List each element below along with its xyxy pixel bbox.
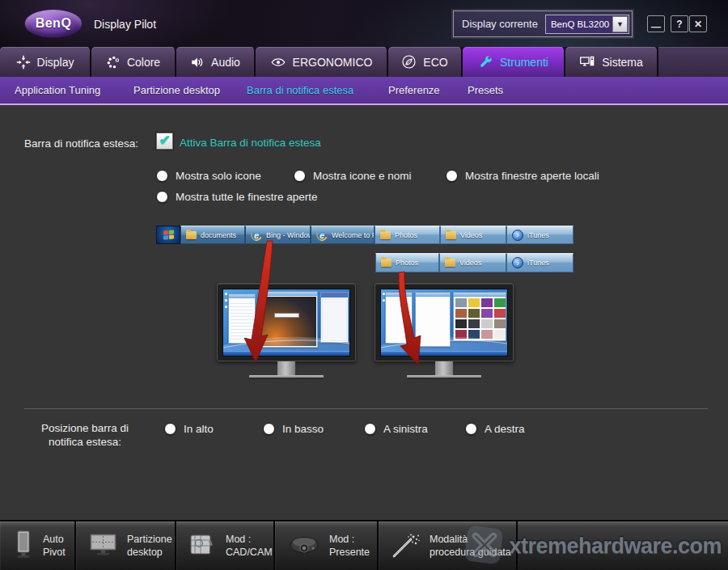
radio-label: Mostra tutte le finestre aperte: [176, 191, 318, 203]
radio-in-basso[interactable]: In basso: [263, 423, 324, 435]
app-title: Display Pilot: [94, 18, 156, 31]
subtab-barra-notifica-estesa[interactable]: Barra di notifica estesa: [247, 84, 353, 96]
chevron-down-icon[interactable]: ▼: [612, 16, 628, 32]
tab-sistema[interactable]: Sistema: [565, 47, 658, 77]
tool-button-label: Mod :CAD/CAM: [226, 533, 273, 559]
internet-explorer-icon: e: [315, 227, 329, 242]
preview-taskbar-button: documents: [180, 226, 245, 244]
radio-icon[interactable]: [446, 170, 458, 182]
subtab-presets[interactable]: Presets: [468, 84, 503, 96]
minimize-button[interactable]: —: [647, 15, 665, 32]
desktop-icon: [225, 299, 227, 302]
subtab-partizione-desktop[interactable]: Partizione desktop: [133, 84, 220, 96]
radio-icon[interactable]: [156, 170, 168, 182]
tab-label: ECO: [423, 56, 447, 69]
position-label-line2: notifica estesa:: [24, 435, 146, 449]
checkmark-icon: ✔: [159, 132, 170, 149]
radio-a-destra[interactable]: A destra: [465, 423, 525, 435]
desktop-swoosh: [223, 327, 349, 352]
preview-screen-taskbar: [381, 351, 507, 356]
preview-screen-left: [222, 289, 350, 357]
wrench-icon: [478, 54, 493, 70]
itunes-icon: ♪: [512, 230, 523, 241]
radio-label: Mostra icone e nomi: [313, 170, 412, 182]
mod-cad-cam-button[interactable]: Mod :CAD/CAM: [176, 521, 275, 570]
tab-label: Colore: [127, 56, 160, 69]
radio-icon[interactable]: [156, 191, 168, 203]
tab-eco[interactable]: ECO: [388, 47, 463, 77]
enable-checkbox-label[interactable]: Attiva Barra di notifica estesa: [180, 137, 321, 149]
mod-presente-button[interactable]: Mod :Presente: [275, 521, 379, 570]
desktop-swoosh: [381, 327, 507, 352]
eco-leaf-icon: [401, 54, 417, 70]
modalita-procedura-guidata-button[interactable]: Modalitàprocedura guidata: [379, 521, 518, 570]
preview-monitor-left: [217, 283, 356, 361]
itunes-icon: ♪: [512, 257, 523, 268]
preview-taskbar-button: ♪ iTunes: [506, 226, 574, 244]
radio-mostra-icone-e-nomi[interactable]: Mostra icone e nomi: [294, 170, 412, 182]
radio-mostra-finestre-aperte-locali[interactable]: Mostra finestre aperte locali: [446, 170, 599, 182]
subtab-application-tuning[interactable]: Application Tuning: [15, 84, 100, 96]
preview-screen-taskbar: [223, 351, 349, 356]
radio-a-sinistra[interactable]: A sinistra: [364, 423, 428, 435]
eye-icon: [270, 55, 286, 70]
display-selector-label: Display corrente: [462, 18, 538, 30]
radio-icon[interactable]: [465, 423, 477, 435]
benq-logo: BenQ: [24, 9, 83, 38]
monitor-stand-base: [407, 375, 481, 379]
section-label: Barra di notifica estesa:: [24, 137, 138, 150]
taskbar-button-label: iTunes: [527, 231, 549, 239]
preview-taskbar-button: Photos: [375, 226, 440, 244]
help-button[interactable]: ?: [671, 15, 688, 32]
tab-strumenti[interactable]: Strumenti: [463, 47, 565, 77]
display-selector: Display corrente BenQ BL3200 ▼: [453, 11, 633, 37]
tab-label: Audio: [211, 56, 240, 69]
title-bar: BenQ Display Pilot Display corrente BenQ…: [0, 0, 728, 47]
radio-mostra-tutte-le-finestre[interactable]: Mostra tutte le finestre aperte: [156, 191, 318, 203]
radio-icon[interactable]: [294, 170, 306, 182]
position-label: Posizione barra di notifica estesa:: [24, 421, 146, 449]
speaker-icon: [190, 55, 205, 70]
bottom-toolbar: AutoPivot Partizionedesktop: [0, 520, 728, 570]
radio-icon[interactable]: [164, 423, 176, 435]
section-divider: [24, 408, 708, 409]
desktop-icon: [225, 293, 227, 295]
windows-start-orb-icon: [156, 226, 180, 244]
internet-explorer-icon: e: [249, 227, 264, 242]
taskbar-button-label: documents: [201, 231, 236, 239]
tab-display[interactable]: Display: [0, 47, 91, 77]
taskbar-button-label: Videos: [459, 259, 481, 267]
radio-icon[interactable]: [263, 423, 275, 435]
auto-pivot-button[interactable]: AutoPivot: [0, 521, 76, 570]
radio-label: Mostra finestre aperte locali: [465, 170, 599, 182]
taskbar-button-label: Photos: [395, 231, 417, 239]
folder-icon: [186, 231, 197, 239]
computer-icon: [579, 54, 595, 70]
main-tab-bar: Display Colore Audio ERGONOMICO ECO Stru…: [0, 47, 728, 77]
radio-in-alto[interactable]: In alto: [164, 423, 214, 435]
magic-wand-icon: [392, 532, 421, 559]
taskbar-button-label: Videos: [460, 231, 482, 239]
tool-button-label: AutoPivot: [43, 533, 66, 559]
position-label-line1: Posizione barra di: [24, 421, 146, 435]
display-select[interactable]: BenQ BL3200 ▼: [545, 15, 629, 34]
preview-monitor-right: [375, 283, 514, 361]
tab-ergonomico[interactable]: ERGONOMICO: [256, 47, 388, 77]
taskbar-button-label: Bing - Windows L...: [266, 231, 311, 239]
tool-button-label: Mod :Presente: [329, 533, 370, 559]
preview-taskbar-button: e Welcome to Face...: [311, 226, 375, 244]
preview-taskbar-button: Photos: [375, 253, 439, 272]
preview-taskbar-row2: Photos Videos ♪ iTunes: [375, 253, 574, 272]
close-button[interactable]: ✕: [689, 15, 707, 32]
tab-audio[interactable]: Audio: [176, 47, 256, 77]
partizione-desktop-button[interactable]: Partizionedesktop: [76, 521, 176, 570]
radio-mostra-solo-icone[interactable]: Mostra solo icone: [156, 170, 261, 182]
preview-taskbar-button: Videos: [440, 226, 506, 244]
preview-screen-right: [380, 289, 508, 357]
radio-icon[interactable]: [364, 423, 376, 435]
enable-checkbox[interactable]: ✔: [156, 133, 173, 150]
windows-flag-icon: [163, 230, 174, 239]
subtab-preferenze[interactable]: Preferenze: [388, 84, 440, 96]
tab-colore[interactable]: Colore: [91, 47, 176, 77]
monitor-stand: [435, 361, 453, 375]
